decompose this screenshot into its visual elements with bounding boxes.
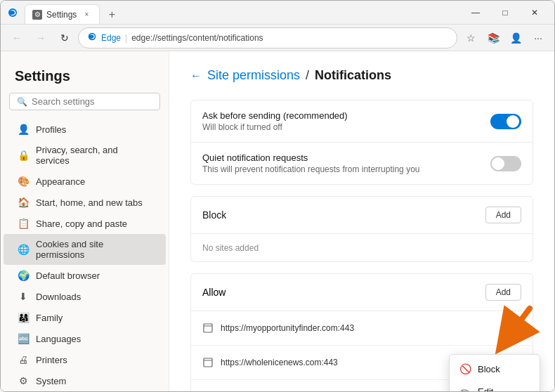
ask-toggle[interactable]: [490, 114, 521, 129]
sidebar-item-downloads[interactable]: ⬇ Downloads: [4, 286, 166, 307]
block-body: No sites added: [190, 234, 533, 262]
quiet-toggle-thumb: [492, 157, 504, 170]
quiet-toggle[interactable]: [490, 156, 521, 171]
sidebar-label-start-home: Start, home, and new tabs: [36, 197, 143, 208]
sidebar-label-printers: Printers: [36, 355, 67, 365]
sidebar-label-languages: Languages: [36, 334, 81, 344]
sidebar-icon-default-browser: 🌍: [18, 270, 29, 281]
search-input[interactable]: [32, 96, 152, 107]
toolbar-icons: ☆ 📚 👤 ···: [460, 27, 549, 48]
context-menu-edit[interactable]: ✏ Edit: [450, 380, 540, 391]
search-icon: 🔍: [17, 97, 27, 107]
search-box[interactable]: 🔍: [9, 93, 160, 110]
svg-rect-2: [204, 358, 212, 367]
sidebar-item-cookies[interactable]: 🌐 Cookies and site permissions: [4, 234, 166, 265]
sidebar-item-family[interactable]: 👨‍👩‍👧 Family: [4, 307, 166, 328]
settings-tab-label: Settings: [46, 10, 77, 20]
quiet-setting-info: Quiet notification requests This will pr…: [202, 152, 490, 174]
sidebar-item-start-home[interactable]: 🏠 Start, home, and new tabs: [4, 192, 166, 213]
sidebar-label-privacy: Privacy, search, and services: [36, 145, 152, 166]
settings-tab-icon: ⚙: [32, 10, 42, 20]
block-add-button[interactable]: Add: [485, 207, 521, 223]
address-divider: |: [125, 33, 127, 43]
address-prefix: Edge: [101, 33, 121, 43]
forward-button[interactable]: →: [30, 27, 51, 48]
sidebar-icon-system: ⚙: [18, 375, 29, 386]
new-tab-button[interactable]: +: [103, 6, 121, 24]
browser-frame: ⚙ Settings × + — □ ✕ ← → ↻ Edge | edge:/…: [0, 0, 555, 392]
block-header: Block Add: [190, 196, 533, 234]
more-menu-button[interactable]: ···: [528, 27, 549, 48]
sidebar-item-printers[interactable]: 🖨 Printers: [4, 349, 166, 370]
context-menu: 🚫 Block ✏ Edit 🗑 Remove: [449, 354, 540, 391]
sidebar-item-profiles[interactable]: 👤 Profiles: [4, 119, 166, 140]
breadcrumb-separator: /: [306, 68, 309, 83]
sidebar-icon-downloads: ⬇: [18, 291, 29, 302]
sidebar-icon-printers: 🖨: [18, 354, 29, 365]
title-bar: ⚙ Settings × + — □ ✕: [1, 1, 554, 25]
sidebar-item-privacy[interactable]: 🔒 Privacy, search, and services: [4, 140, 166, 171]
sidebar-item-appearance[interactable]: 🎨 Appearance: [4, 171, 166, 192]
sidebar-item-share-copy[interactable]: 📋 Share, copy and paste: [4, 213, 166, 234]
allow-title: Allow: [202, 287, 485, 298]
ask-setting-desc: Will block if turned off: [202, 122, 490, 132]
sidebar-icon-share-copy: 📋: [18, 218, 29, 229]
sidebar-label-appearance: Appearance: [36, 176, 85, 187]
site-icon-1: [202, 357, 214, 368]
tab-close-btn[interactable]: ×: [81, 9, 92, 20]
site-row-0: https://myopportunityfinder.com:443 ···: [191, 311, 533, 346]
edit-icon: ✏: [459, 386, 471, 391]
address-url: edge://settings/content/notifications: [131, 33, 448, 43]
sidebar-icon-privacy: 🔒: [18, 150, 29, 161]
allow-add-button[interactable]: Add: [485, 284, 521, 301]
page-header: ← Site permissions / Notifications: [190, 68, 533, 83]
sidebar-icon-cookies: 🌐: [18, 244, 29, 255]
sidebar: Settings 🔍 👤 Profiles 🔒 Privacy, search,…: [1, 51, 169, 391]
quiet-setting-label: Quiet notification requests: [202, 152, 490, 163]
ask-setting-label: Ask before sending (recommended): [202, 110, 490, 121]
sidebar-item-default-browser[interactable]: 🌍 Default browser: [4, 265, 166, 286]
close-button[interactable]: ✕: [521, 2, 549, 23]
collections-icon[interactable]: 📚: [483, 27, 504, 48]
content-area: ← Site permissions / Notifications Ask b…: [169, 51, 554, 391]
site-more-button-0[interactable]: ···: [502, 318, 521, 338]
ask-before-sending-row: Ask before sending (recommended) Will bl…: [191, 100, 533, 143]
profile-icon[interactable]: 👤: [505, 27, 526, 48]
window-controls: — □ ✕: [462, 2, 549, 23]
context-menu-edit-label: Edit: [478, 386, 493, 392]
edge-logo-icon: [6, 6, 19, 19]
refresh-button[interactable]: ↻: [54, 27, 75, 48]
favorites-icon[interactable]: ☆: [460, 27, 481, 48]
site-url-0: https://myopportunityfinder.com:443: [221, 323, 502, 333]
sidebar-label-family: Family: [36, 313, 63, 323]
context-menu-block-label: Block: [478, 364, 500, 374]
sidebar-item-languages[interactable]: 🔤 Languages: [4, 328, 166, 349]
back-breadcrumb-button[interactable]: ←: [190, 70, 202, 82]
sidebar-icon-start-home: 🏠: [18, 197, 29, 208]
sidebar-label-share-copy: Share, copy and paste: [36, 218, 127, 229]
breadcrumb-link[interactable]: Site permissions: [207, 68, 300, 83]
back-button[interactable]: ←: [6, 27, 27, 48]
maximize-button[interactable]: □: [491, 2, 519, 23]
site-icon-0: [202, 322, 214, 334]
toolbar: ← → ↻ Edge | edge://settings/content/not…: [1, 25, 554, 51]
settings-tab[interactable]: ⚙ Settings ×: [25, 4, 100, 24]
sidebar-nav: 👤 Profiles 🔒 Privacy, search, and servic…: [1, 119, 169, 391]
sidebar-label-profiles: Profiles: [36, 124, 66, 135]
context-menu-block[interactable]: 🚫 Block: [450, 358, 540, 380]
sidebar-item-system[interactable]: ⚙ System: [4, 370, 166, 391]
quiet-notifications-row: Quiet notification requests This will pr…: [191, 143, 533, 184]
sidebar-label-downloads: Downloads: [36, 292, 81, 302]
sidebar-label-cookies: Cookies and site permissions: [36, 239, 152, 260]
sidebar-label-default-browser: Default browser: [36, 270, 100, 281]
block-icon: 🚫: [459, 363, 471, 374]
notifications-settings-card: Ask before sending (recommended) Will bl…: [190, 100, 533, 185]
page-title: Notifications: [315, 68, 391, 83]
ask-setting-info: Ask before sending (recommended) Will bl…: [202, 110, 490, 132]
settings-title: Settings: [1, 57, 169, 93]
quiet-setting-desc: This will prevent notification requests …: [202, 164, 490, 174]
minimize-button[interactable]: —: [462, 2, 490, 23]
block-section: Block Add No sites added: [190, 196, 533, 262]
block-title: Block: [202, 209, 485, 221]
address-bar[interactable]: Edge | edge://settings/content/notificat…: [78, 27, 457, 48]
